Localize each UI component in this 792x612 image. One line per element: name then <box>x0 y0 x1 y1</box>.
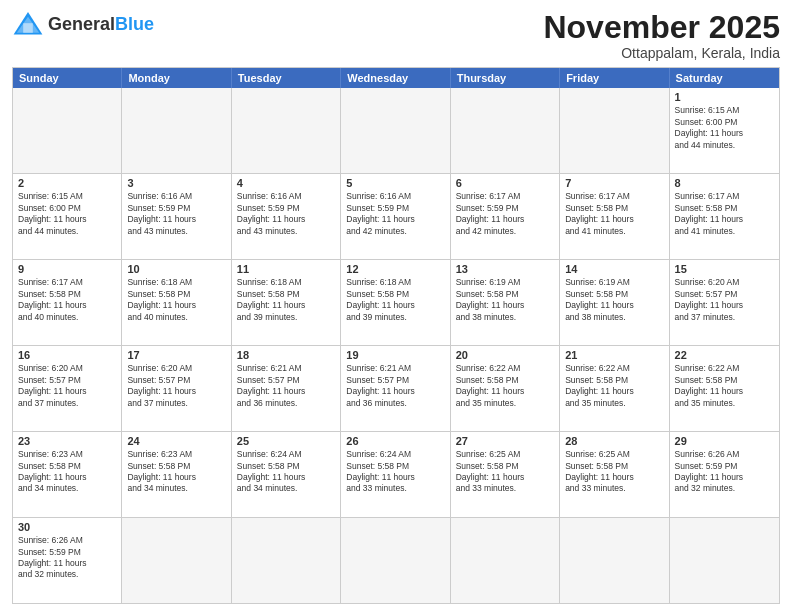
header-day-tuesday: Tuesday <box>232 68 341 88</box>
cal-row-0: 1Sunrise: 6:15 AM Sunset: 6:00 PM Daylig… <box>13 88 779 174</box>
cal-cell <box>670 518 779 603</box>
logo: GeneralBlue <box>12 10 154 38</box>
cal-cell: 25Sunrise: 6:24 AM Sunset: 5:58 PM Dayli… <box>232 432 341 517</box>
day-info: Sunrise: 6:15 AM Sunset: 6:00 PM Dayligh… <box>18 191 116 237</box>
day-number: 16 <box>18 349 116 361</box>
cal-cell: 3Sunrise: 6:16 AM Sunset: 5:59 PM Daylig… <box>122 174 231 259</box>
day-number: 4 <box>237 177 335 189</box>
cal-cell <box>451 518 560 603</box>
day-number: 15 <box>675 263 774 275</box>
cal-cell <box>13 88 122 173</box>
cal-cell <box>560 88 669 173</box>
cal-cell: 17Sunrise: 6:20 AM Sunset: 5:57 PM Dayli… <box>122 346 231 431</box>
day-info: Sunrise: 6:16 AM Sunset: 5:59 PM Dayligh… <box>237 191 335 237</box>
day-info: Sunrise: 6:18 AM Sunset: 5:58 PM Dayligh… <box>346 277 444 323</box>
day-info: Sunrise: 6:24 AM Sunset: 5:58 PM Dayligh… <box>237 449 335 495</box>
day-info: Sunrise: 6:25 AM Sunset: 5:58 PM Dayligh… <box>565 449 663 495</box>
cal-cell: 4Sunrise: 6:16 AM Sunset: 5:59 PM Daylig… <box>232 174 341 259</box>
cal-cell: 15Sunrise: 6:20 AM Sunset: 5:57 PM Dayli… <box>670 260 779 345</box>
day-number: 10 <box>127 263 225 275</box>
day-info: Sunrise: 6:19 AM Sunset: 5:58 PM Dayligh… <box>456 277 554 323</box>
calendar-body: 1Sunrise: 6:15 AM Sunset: 6:00 PM Daylig… <box>13 88 779 603</box>
day-number: 13 <box>456 263 554 275</box>
location-title: Ottappalam, Kerala, India <box>543 45 780 61</box>
title-block: November 2025 Ottappalam, Kerala, India <box>543 10 780 61</box>
cal-cell: 26Sunrise: 6:24 AM Sunset: 5:58 PM Dayli… <box>341 432 450 517</box>
day-info: Sunrise: 6:21 AM Sunset: 5:57 PM Dayligh… <box>237 363 335 409</box>
day-number: 24 <box>127 435 225 447</box>
cal-cell <box>341 518 450 603</box>
cal-cell: 18Sunrise: 6:21 AM Sunset: 5:57 PM Dayli… <box>232 346 341 431</box>
day-info: Sunrise: 6:18 AM Sunset: 5:58 PM Dayligh… <box>237 277 335 323</box>
cal-cell: 24Sunrise: 6:23 AM Sunset: 5:58 PM Dayli… <box>122 432 231 517</box>
cal-cell: 9Sunrise: 6:17 AM Sunset: 5:58 PM Daylig… <box>13 260 122 345</box>
svg-rect-2 <box>23 23 33 33</box>
day-number: 19 <box>346 349 444 361</box>
day-info: Sunrise: 6:25 AM Sunset: 5:58 PM Dayligh… <box>456 449 554 495</box>
day-number: 3 <box>127 177 225 189</box>
day-number: 8 <box>675 177 774 189</box>
cal-cell: 27Sunrise: 6:25 AM Sunset: 5:58 PM Dayli… <box>451 432 560 517</box>
page: GeneralBlue November 2025 Ottappalam, Ke… <box>0 0 792 612</box>
day-number: 2 <box>18 177 116 189</box>
day-info: Sunrise: 6:22 AM Sunset: 5:58 PM Dayligh… <box>565 363 663 409</box>
day-number: 27 <box>456 435 554 447</box>
month-title: November 2025 <box>543 10 780 45</box>
day-number: 12 <box>346 263 444 275</box>
cal-cell: 19Sunrise: 6:21 AM Sunset: 5:57 PM Dayli… <box>341 346 450 431</box>
day-info: Sunrise: 6:20 AM Sunset: 5:57 PM Dayligh… <box>127 363 225 409</box>
logo-text: GeneralBlue <box>48 14 154 35</box>
logo-blue: Blue <box>115 14 154 34</box>
cal-cell: 12Sunrise: 6:18 AM Sunset: 5:58 PM Dayli… <box>341 260 450 345</box>
logo-general: General <box>48 14 115 34</box>
day-number: 21 <box>565 349 663 361</box>
cal-cell: 5Sunrise: 6:16 AM Sunset: 5:59 PM Daylig… <box>341 174 450 259</box>
cal-cell <box>341 88 450 173</box>
cal-cell: 16Sunrise: 6:20 AM Sunset: 5:57 PM Dayli… <box>13 346 122 431</box>
day-number: 5 <box>346 177 444 189</box>
day-info: Sunrise: 6:20 AM Sunset: 5:57 PM Dayligh… <box>18 363 116 409</box>
cal-cell: 29Sunrise: 6:26 AM Sunset: 5:59 PM Dayli… <box>670 432 779 517</box>
cal-cell: 30Sunrise: 6:26 AM Sunset: 5:59 PM Dayli… <box>13 518 122 603</box>
cal-cell: 28Sunrise: 6:25 AM Sunset: 5:58 PM Dayli… <box>560 432 669 517</box>
day-number: 18 <box>237 349 335 361</box>
cal-cell: 22Sunrise: 6:22 AM Sunset: 5:58 PM Dayli… <box>670 346 779 431</box>
logo-icon <box>12 10 44 38</box>
day-info: Sunrise: 6:16 AM Sunset: 5:59 PM Dayligh… <box>127 191 225 237</box>
day-info: Sunrise: 6:18 AM Sunset: 5:58 PM Dayligh… <box>127 277 225 323</box>
cal-cell: 1Sunrise: 6:15 AM Sunset: 6:00 PM Daylig… <box>670 88 779 173</box>
cal-cell: 20Sunrise: 6:22 AM Sunset: 5:58 PM Dayli… <box>451 346 560 431</box>
header-day-sunday: Sunday <box>13 68 122 88</box>
cal-cell: 2Sunrise: 6:15 AM Sunset: 6:00 PM Daylig… <box>13 174 122 259</box>
header-day-wednesday: Wednesday <box>341 68 450 88</box>
cal-cell: 11Sunrise: 6:18 AM Sunset: 5:58 PM Dayli… <box>232 260 341 345</box>
cal-cell <box>232 518 341 603</box>
day-info: Sunrise: 6:17 AM Sunset: 5:58 PM Dayligh… <box>18 277 116 323</box>
cal-cell <box>560 518 669 603</box>
day-info: Sunrise: 6:17 AM Sunset: 5:59 PM Dayligh… <box>456 191 554 237</box>
cal-cell: 8Sunrise: 6:17 AM Sunset: 5:58 PM Daylig… <box>670 174 779 259</box>
day-number: 20 <box>456 349 554 361</box>
day-number: 7 <box>565 177 663 189</box>
day-number: 29 <box>675 435 774 447</box>
day-number: 30 <box>18 521 116 533</box>
day-info: Sunrise: 6:26 AM Sunset: 5:59 PM Dayligh… <box>18 535 116 581</box>
cal-row-1: 2Sunrise: 6:15 AM Sunset: 6:00 PM Daylig… <box>13 174 779 260</box>
day-number: 22 <box>675 349 774 361</box>
day-number: 26 <box>346 435 444 447</box>
day-info: Sunrise: 6:16 AM Sunset: 5:59 PM Dayligh… <box>346 191 444 237</box>
cal-row-2: 9Sunrise: 6:17 AM Sunset: 5:58 PM Daylig… <box>13 260 779 346</box>
header-day-saturday: Saturday <box>670 68 779 88</box>
header: GeneralBlue November 2025 Ottappalam, Ke… <box>12 10 780 61</box>
day-number: 9 <box>18 263 116 275</box>
day-number: 28 <box>565 435 663 447</box>
day-info: Sunrise: 6:20 AM Sunset: 5:57 PM Dayligh… <box>675 277 774 323</box>
day-number: 6 <box>456 177 554 189</box>
header-day-thursday: Thursday <box>451 68 560 88</box>
day-number: 14 <box>565 263 663 275</box>
day-number: 23 <box>18 435 116 447</box>
day-number: 11 <box>237 263 335 275</box>
day-number: 1 <box>675 91 774 103</box>
day-info: Sunrise: 6:21 AM Sunset: 5:57 PM Dayligh… <box>346 363 444 409</box>
header-day-friday: Friday <box>560 68 669 88</box>
